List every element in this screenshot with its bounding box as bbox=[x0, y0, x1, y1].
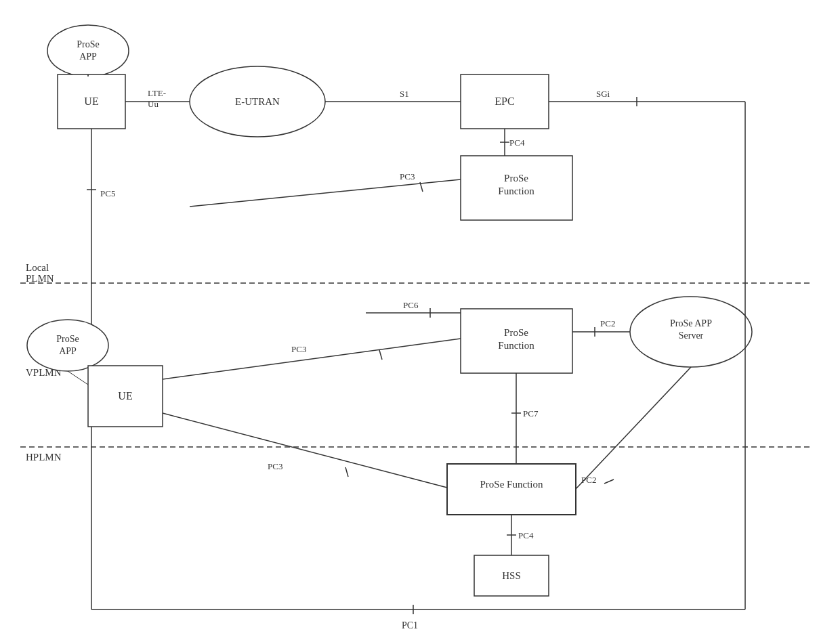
eutran-label: E-UTRAN bbox=[235, 96, 280, 107]
pc5-label: PC5 bbox=[100, 188, 115, 198]
prose-app-vplmn-ue-conn bbox=[68, 371, 88, 385]
pc2-hplmn-line bbox=[576, 367, 691, 489]
prose-app-top-ellipse bbox=[47, 25, 129, 77]
pc2-vplmn-label: PC2 bbox=[600, 318, 615, 328]
ue-top-label: UE bbox=[84, 95, 98, 107]
pc3-top-label: PC3 bbox=[400, 171, 415, 181]
lte-uu-label2: Uu bbox=[148, 99, 159, 109]
pc3-hplmn-tick bbox=[345, 467, 348, 477]
prose-app-server-label2: Server bbox=[679, 330, 704, 341]
local-plmn-label2: PLMN bbox=[26, 273, 54, 284]
ue-vplmn-label: UE bbox=[118, 390, 132, 402]
epc-label: EPC bbox=[495, 95, 514, 107]
prose-function-local-label2: Function bbox=[498, 186, 534, 196]
prose-function-hplmn-label: ProSe Function bbox=[480, 479, 543, 490]
prose-function-vplmn-label2: Function bbox=[498, 340, 534, 351]
pc3-vplmn-line bbox=[163, 339, 461, 379]
pc6-label: PC6 bbox=[403, 300, 419, 310]
prose-function-local-label: ProSe bbox=[504, 173, 528, 184]
pc3-vplmn-tick bbox=[379, 350, 382, 360]
architecture-diagram: Local PLMN VPLMN HPLMN ProSe APP UE E-UT… bbox=[0, 0, 840, 642]
diagram-container: Local PLMN VPLMN HPLMN ProSe APP UE E-UT… bbox=[0, 0, 840, 642]
prose-app-server-label: ProSe APP bbox=[670, 318, 712, 328]
sgi-label: SGi bbox=[596, 89, 610, 99]
pc3-vplmn-label: PC3 bbox=[291, 344, 306, 354]
prose-function-vplmn-label: ProSe bbox=[504, 327, 528, 338]
prose-app-top-label: ProSe bbox=[77, 39, 99, 49]
prose-app-top-label2: APP bbox=[79, 51, 97, 62]
pc4-hplmn-label: PC4 bbox=[518, 530, 534, 540]
prose-app-vplmn-label2: APP bbox=[59, 346, 77, 356]
s1-label: S1 bbox=[400, 89, 409, 99]
pc7-label: PC7 bbox=[523, 408, 539, 419]
pc3-hplmn-line bbox=[163, 413, 447, 488]
pc1-label: PC1 bbox=[402, 620, 418, 630]
pc4-top-label: PC4 bbox=[509, 137, 525, 148]
pc2-hplmn-label: PC2 bbox=[581, 475, 596, 485]
local-plmn-label: Local bbox=[26, 262, 49, 273]
hplmn-label: HPLMN bbox=[26, 452, 62, 463]
prose-app-vplmn-label: ProSe bbox=[56, 334, 79, 344]
lte-uu-label: LTE- bbox=[148, 88, 166, 98]
hss-label: HSS bbox=[502, 570, 521, 581]
pc2-hplmn-tick bbox=[604, 479, 614, 484]
prose-app-vplmn-ellipse bbox=[27, 320, 108, 371]
pc3-hplmn-label: PC3 bbox=[268, 461, 282, 471]
